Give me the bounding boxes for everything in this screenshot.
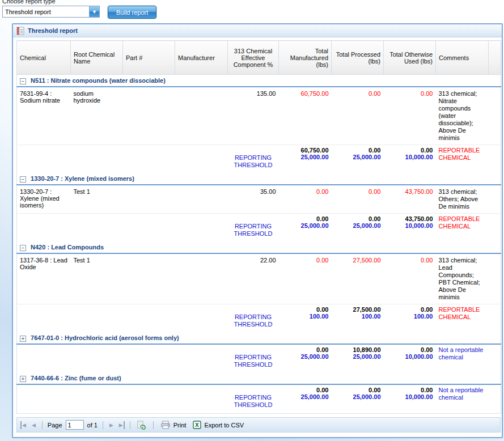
- manufactured-summary-cell: 0.00 25,000.00: [279, 214, 332, 243]
- otherwise-used-cell: 0.00: [384, 87, 436, 145]
- svg-text:X: X: [195, 422, 199, 428]
- pager-toolbar: ◀ ◀ Page of 1 ▶ ▶: [16, 417, 501, 432]
- divider: [42, 421, 43, 429]
- divider: [153, 421, 154, 429]
- first-page-icon[interactable]: ◀: [20, 421, 27, 429]
- dropdown-arrow-icon[interactable]: ▼: [89, 6, 99, 17]
- manufactured-summary-cell: 0.00 100.00: [279, 304, 332, 333]
- group-header-row[interactable]: + 7440-66-6 : Zinc (fume or dust): [17, 373, 501, 384]
- status-badge: REPORTABLE CHEMICAL: [436, 304, 489, 333]
- otherwise-used-cell: 0.00: [384, 253, 436, 304]
- processed-summary-cell: 27,500.00 100.00: [332, 304, 384, 333]
- comments-cell: 313 chemical; Nitrate compounds (water d…: [436, 87, 489, 145]
- page-count-label: of 1: [87, 422, 98, 429]
- manufacturer-cell: [175, 253, 228, 304]
- collapse-icon[interactable]: −: [20, 78, 26, 84]
- status-badge: Not a reportable chemical: [436, 344, 489, 373]
- comments-cell: 313 chemical; Others; Above De minimis: [436, 185, 489, 214]
- group-title: 7647-01-0 : Hydrochloric acid (aerosol f…: [31, 334, 179, 341]
- refresh-icon[interactable]: [135, 420, 148, 430]
- status-badge: Not a reportable chemical: [436, 384, 489, 414]
- threshold-report-table: Chemical Root Chemical Name Part # Manuf…: [16, 40, 501, 414]
- reporting-threshold-label: REPORTING THRESHOLD: [228, 344, 279, 373]
- threshold-summary-row: REPORTING THRESHOLD 60,750.00 25,000.00 …: [17, 145, 501, 174]
- threshold-summary-row: REPORTING THRESHOLD 0.00 25,000.00 0.00 …: [17, 214, 501, 243]
- page-number-input[interactable]: [66, 420, 84, 430]
- otherwise-summary-cell: 0.00 10,000.00: [384, 344, 436, 373]
- col-header-total-processed: Total Processed (lbs): [332, 41, 384, 75]
- threshold-summary-row: REPORTING THRESHOLD 0.00 25,000.00 0.00 …: [17, 384, 501, 414]
- last-page-icon[interactable]: ▶: [118, 421, 125, 429]
- otherwise-summary-cell: 0.00 10,000.00: [384, 145, 436, 174]
- group-header-row[interactable]: + 7647-01-0 : Hydrochloric acid (aerosol…: [17, 333, 501, 344]
- print-icon: [160, 421, 171, 429]
- component-pct-cell: 135.00: [228, 87, 279, 145]
- manufacturer-cell: [175, 185, 228, 214]
- export-csv-icon: X: [193, 421, 201, 429]
- group-header-row[interactable]: − 1330-20-7 : Xylene (mixed isomers): [17, 173, 501, 185]
- reporting-threshold-label: REPORTING THRESHOLD: [228, 384, 279, 414]
- report-area: Chemical Root Chemical Name Part # Manuf…: [13, 37, 502, 437]
- prev-page-icon[interactable]: ◀: [31, 421, 37, 429]
- root-chemical-cell: Test 1: [71, 185, 123, 214]
- processed-cell: 0.00: [332, 87, 384, 145]
- processed-cell: 0.00: [332, 185, 384, 214]
- threshold-summary-row: REPORTING THRESHOLD 0.00 100.00 27,500.0…: [17, 304, 501, 333]
- col-header-manufacturer: Manufacturer: [175, 41, 228, 75]
- col-header-total-manufactured: Total Manufactured (lbs): [279, 41, 332, 75]
- table-row: 1330-20-7 : Xylene (mixed isomers) Test …: [17, 185, 501, 214]
- print-button[interactable]: Print: [159, 420, 188, 430]
- component-pct-cell: 35.00: [228, 185, 279, 214]
- processed-cell: 27,500.00: [332, 253, 384, 304]
- col-header-chemical: Chemical: [17, 41, 71, 75]
- col-header-root-chemical: Root Chemical Name: [71, 41, 123, 75]
- root-chemical-cell: sodium hydroxide: [71, 87, 123, 145]
- status-badge: REPORTABLE CHEMICAL: [436, 145, 489, 174]
- export-csv-button[interactable]: X Export to CSV: [191, 420, 245, 430]
- component-pct-cell: 22.00: [228, 253, 279, 304]
- group-header-row[interactable]: − N511 : Nitrate compounds (water dissoc…: [17, 75, 501, 87]
- total-value: 60,750.00: [282, 147, 329, 154]
- report-icon: [16, 27, 24, 35]
- report-type-dropdown[interactable]: Threshold report ▼: [2, 6, 100, 18]
- status-badge: REPORTABLE CHEMICAL: [436, 214, 489, 243]
- total-value: 0.00: [334, 147, 381, 154]
- collapse-icon[interactable]: −: [20, 176, 26, 183]
- col-header-part: Part #: [123, 41, 175, 75]
- manufactured-summary-cell: 0.00 25,000.00: [279, 344, 332, 373]
- col-header-total-otherwise-used: Total Otherwise Used (lbs): [384, 41, 436, 75]
- manufactured-cell: 0.00: [279, 185, 332, 214]
- reporting-threshold-label: REPORTING THRESHOLD: [228, 214, 279, 243]
- page-label: Page: [48, 422, 62, 429]
- manufactured-cell: 60,750.00: [279, 87, 332, 145]
- threshold-report-panel: Threshold report Chemical Root Chemical …: [12, 23, 503, 438]
- chemical-cell: 1330-20-7 : Xylene (mixed isomers): [17, 185, 71, 214]
- build-report-button[interactable]: Build report: [108, 6, 156, 19]
- processed-summary-cell: 0.00 25,000.00: [332, 384, 384, 414]
- threshold-value: 25,000.00: [334, 154, 381, 160]
- part-cell: [123, 185, 175, 214]
- expand-icon[interactable]: +: [20, 336, 26, 342]
- otherwise-summary-cell: 0.00 100.00: [384, 304, 436, 333]
- next-page-icon[interactable]: ▶: [108, 421, 115, 429]
- reporting-threshold-label: REPORTING THRESHOLD: [228, 304, 279, 333]
- processed-summary-cell: 10,890.00 25,000.00: [332, 344, 384, 373]
- comments-cell: 313 chemical; Lead Compounds; PBT Chemic…: [436, 253, 489, 304]
- col-header-spacer: [489, 41, 501, 75]
- otherwise-summary-cell: 0.00 10,000.00: [384, 384, 436, 414]
- divider: [130, 421, 130, 429]
- total-value: 0.00: [387, 147, 433, 154]
- divider: [103, 421, 103, 429]
- print-label: Print: [173, 422, 187, 429]
- part-cell: [123, 87, 175, 145]
- table-row: 7631-99-4 : Sodium nitrate sodium hydrox…: [17, 87, 501, 145]
- group-header-row[interactable]: − N420 : Lead Compounds: [17, 242, 501, 253]
- manufactured-summary-cell: 0.00 25,000.00: [279, 384, 332, 414]
- processed-summary-cell: 0.00 25,000.00: [332, 214, 384, 243]
- collapse-icon[interactable]: −: [20, 245, 26, 251]
- chemical-cell: 1317-36-8 : Lead Oxide: [17, 253, 71, 304]
- expand-icon[interactable]: +: [20, 376, 26, 382]
- otherwise-used-cell: 43,750.00: [384, 185, 436, 214]
- part-cell: [123, 253, 175, 304]
- group-title: N511 : Nitrate compounds (water dissocia…: [31, 77, 166, 84]
